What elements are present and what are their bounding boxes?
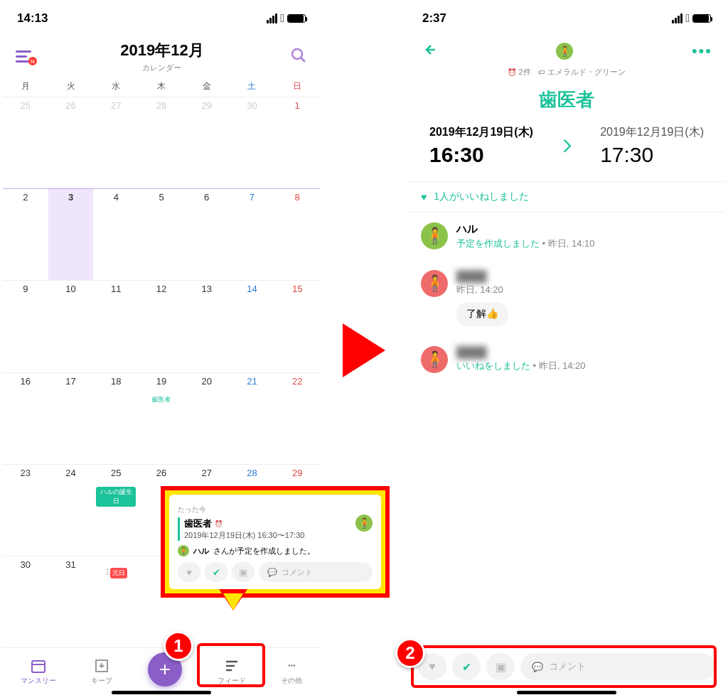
calendar-title: 2019年12月: [120, 40, 203, 61]
tab-monthly[interactable]: マンスリー: [21, 657, 56, 686]
calendar-cell[interactable]: 30: [230, 97, 275, 188]
signal-icon: [672, 14, 682, 23]
calendar-cell[interactable]: 17: [48, 373, 94, 464]
svg-rect-2: [32, 661, 45, 672]
calendar-cell[interactable]: 8: [274, 189, 320, 280]
tab-other[interactable]: ••• その他: [281, 657, 302, 686]
start-date: 2019年12月19日(木): [429, 125, 533, 140]
calendar-cell[interactable]: 23: [3, 465, 48, 556]
status-bar: 14:13 􀙇: [3, 3, 320, 34]
calendar-cell[interactable]: 19歯医者: [139, 373, 184, 464]
phone-right: 2:37 􀙇 🧍 ••• ⏰2件 🏷エメラルド・グリーン 歯医者 2019年12…: [405, 0, 728, 700]
calendar-cell[interactable]: 6: [184, 189, 230, 280]
svg-point-0: [292, 49, 302, 59]
calendar-cell[interactable]: 10: [48, 281, 94, 372]
event-time-row: 2019年12月19日(木) 16:30 2019年12月19日(木) 17:3…: [408, 125, 725, 181]
like-button[interactable]: ♥: [178, 562, 200, 582]
calendar-cell[interactable]: 1: [274, 97, 320, 188]
image-button[interactable]: ▣: [486, 653, 515, 680]
calendar-cell[interactable]: 21: [230, 373, 275, 464]
search-icon[interactable]: [290, 47, 307, 67]
status-bar: 2:37 􀙇: [408, 3, 725, 34]
calendar-cell[interactable]: 27: [93, 97, 139, 188]
chevron-right-icon: [560, 134, 574, 159]
more-icon[interactable]: •••: [692, 42, 712, 60]
weekday-label: 月: [3, 80, 48, 92]
calendar-cell[interactable]: 14: [230, 281, 275, 372]
likes-row[interactable]: ♥ 1人がいいねしました: [408, 181, 725, 212]
popup-avatar: 🧍: [355, 515, 373, 532]
calendar-cell[interactable]: 3: [48, 189, 94, 280]
end-date: 2019年12月19日(木): [600, 125, 704, 140]
activity-item: 🧍 ハル 予定を作成しました • 昨日, 14:10: [408, 212, 725, 260]
calendar-cell[interactable]: 4: [93, 189, 139, 280]
weekday-label: 金: [184, 80, 230, 92]
going-button[interactable]: ✔: [452, 653, 481, 680]
calendar-cell[interactable]: 16: [3, 373, 48, 464]
calendar-cell[interactable]: 24: [48, 465, 94, 556]
calendar-cell[interactable]: 31: [48, 556, 94, 647]
calendar-cell[interactable]: 5: [139, 189, 184, 280]
calendar-cell[interactable]: 25: [3, 97, 48, 188]
weekday-label: 日: [274, 80, 320, 92]
arrow-right-icon: [343, 323, 385, 377]
notification-badge: N: [28, 57, 37, 65]
calendar-cell[interactable]: 20: [184, 373, 230, 464]
calendar-cell[interactable]: 22: [274, 373, 320, 464]
tab-keep[interactable]: キープ: [91, 657, 112, 686]
user-avatar: 🧍: [421, 270, 448, 297]
image-button[interactable]: ▣: [232, 562, 255, 582]
wifi-icon: 􀙇: [280, 13, 284, 24]
activity-item: 🧍 ████ 昨日, 14:20 了解👍: [408, 260, 725, 336]
calendar-cell[interactable]: 1元日: [93, 556, 139, 647]
feed-popup: たった今 歯医者⏰ 2019年12月19日(木) 16:30〜17:30 🧍 🧍…: [161, 486, 390, 598]
calendar-cell[interactable]: 15: [274, 281, 320, 372]
status-time: 14:13: [17, 11, 48, 26]
calendar-subtitle: カレンダー: [120, 63, 203, 73]
end-time: 17:30: [600, 143, 704, 167]
calendar-cell[interactable]: 13: [184, 281, 230, 372]
calendar-icon: [29, 657, 48, 674]
event-meta: ⏰2件 🏷エメラルド・グリーン: [408, 67, 725, 77]
activity-user: ハル: [456, 222, 712, 236]
calendar-cell[interactable]: 30: [3, 556, 48, 647]
user-avatar: 🧍: [421, 222, 448, 249]
comment-bar: ♥ ✔ ▣ 💬コメント: [418, 653, 715, 680]
weekday-label: 木: [139, 80, 184, 92]
home-indicator: [517, 691, 616, 694]
calendar-cell[interactable]: 9: [3, 281, 48, 372]
tab-feed[interactable]: フィード: [218, 657, 246, 686]
weekday-label: 火: [48, 80, 94, 92]
calendar-cell[interactable]: 2: [3, 189, 48, 280]
comment-input[interactable]: 💬コメント: [520, 653, 715, 680]
more-icon: •••: [282, 657, 301, 674]
tag-icon: 🏷: [538, 68, 545, 76]
home-indicator: [112, 691, 211, 694]
weekday-label: 土: [230, 80, 275, 92]
activity-user: ████: [456, 346, 712, 358]
calendar-cell[interactable]: 11: [93, 281, 139, 372]
event-title: 歯医者: [408, 87, 725, 112]
activity-item: 🧍 ████ いいねをしました • 昨日, 14:20: [408, 336, 725, 383]
calendar-cell[interactable]: 25ハルの誕生日: [93, 465, 139, 556]
event-avatar: 🧍: [556, 43, 573, 60]
calendar-cell[interactable]: 29: [184, 97, 230, 188]
calendar-cell[interactable]: 18: [93, 373, 139, 464]
battery-icon: [692, 14, 711, 23]
calendar-cell[interactable]: 12: [139, 281, 184, 372]
callout-number-1: 1: [164, 631, 193, 661]
calendar-cell[interactable]: 26: [48, 97, 94, 188]
comment-bubble: 了解👍: [456, 302, 508, 326]
comment-input[interactable]: 💬コメント: [259, 562, 373, 582]
wifi-icon: 􀙇: [685, 13, 690, 24]
feed-icon: [223, 657, 241, 674]
activity-user: ████: [456, 270, 712, 282]
download-icon: [92, 657, 111, 674]
tab-bar: マンスリー キープ + フィード ••• その他: [3, 647, 320, 697]
going-button[interactable]: ✔: [205, 562, 228, 582]
menu-icon[interactable]: N: [16, 50, 34, 63]
back-icon[interactable]: [421, 41, 438, 61]
svg-line-1: [301, 58, 305, 62]
calendar-cell[interactable]: 28: [139, 97, 184, 188]
calendar-cell[interactable]: 7: [230, 189, 275, 280]
